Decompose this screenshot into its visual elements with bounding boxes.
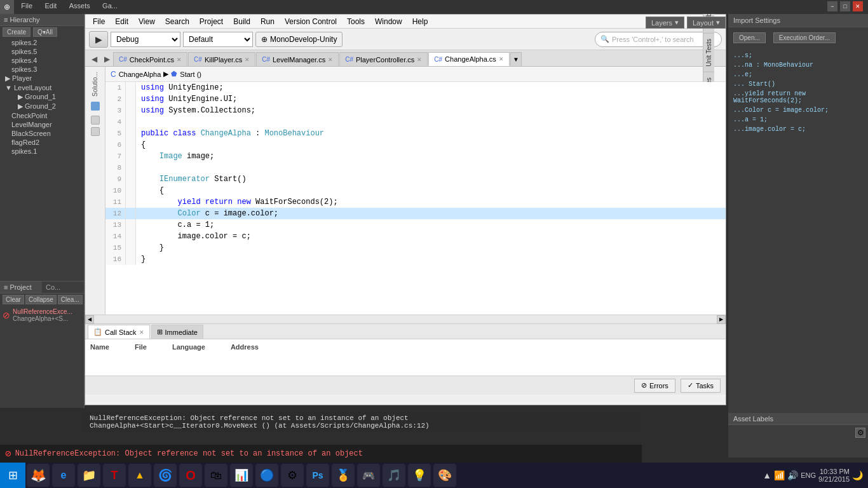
code-editor[interactable]: 1 using UnityEngine; 2 using UnityEngine… [105,82,726,315]
tab-playercontroller[interactable]: C# PlayerController.cs ✕ [339,52,428,66]
taskbar-excel[interactable]: 📊 [230,464,253,487]
layout-dropdown[interactable]: Layout ▾ [687,17,726,29]
config-select[interactable]: Default [183,32,253,47]
hscroll-track[interactable] [94,316,717,323]
hierarchy-create-btn[interactable]: Create [3,27,31,37]
line-gutter-13 [126,219,136,231]
tab-changealpha[interactable]: C# ChangeAlpha.cs ✕ [428,52,510,66]
unity-menu-file[interactable]: File [16,0,37,11]
line-gutter-3 [126,105,136,116]
tray-network-icon[interactable]: 📶 [774,470,785,480]
unity-menu-edit[interactable]: Edit [39,0,62,11]
tab-checkpoint-close[interactable]: ✕ [177,57,182,63]
tab-changealpha-close[interactable]: ✕ [499,56,504,62]
hierarchy-levellayout[interactable]: ▼ LevelLayout [0,83,84,92]
taskbar-store[interactable]: 🛍 [205,464,227,487]
menu-search[interactable]: Search [160,16,194,27]
import-open-btn[interactable]: Open... [733,32,766,43]
horizontal-scrollbar[interactable]: ◀ ▶ [85,315,726,323]
menu-help[interactable]: Help [407,16,433,27]
play-button[interactable]: ▶ [89,31,108,48]
menu-edit[interactable]: Edit [110,16,133,27]
tab-dropdown-btn[interactable]: ▼ [510,52,522,66]
layers-dropdown[interactable]: Layers ▾ [646,17,684,29]
tab-killplayer-close[interactable]: ✕ [245,57,250,63]
tab-checkpoint[interactable]: C# CheckPoint.cs ✕ [113,52,187,66]
hierarchy-ground1[interactable]: ▶ Ground_1 [0,92,84,102]
menu-version-control[interactable]: Version Control [280,16,342,27]
unity-menu-assets[interactable]: Assets [64,0,95,11]
taskbar-gold[interactable]: 🏅 [332,464,355,487]
hierarchy-spikes3[interactable]: spikes.3 [0,65,84,74]
start-button[interactable]: ⊞ [0,463,25,488]
project-clear2-btn[interactable]: Clea... [58,295,83,304]
taskbar-ctrl[interactable]: 🎮 [357,464,380,487]
hierarchy-all-btn[interactable]: Q▾All [33,27,57,37]
taskbar-explorer[interactable]: 📁 [78,464,100,487]
unity-menu-gameobject[interactable]: Ga... [97,0,123,11]
asset-labels-settings-icon[interactable]: ⚙ [855,428,865,438]
unity-maximize-btn[interactable]: □ [840,1,850,11]
console-tab[interactable]: Co... [42,281,84,293]
hscroll-left-btn[interactable]: ◀ [85,315,94,324]
error-item[interactable]: ⊘ NullReferenceExce... ChangeAlpha+<S... [0,306,84,325]
tab-levelmanager[interactable]: C# LevelManager.cs ✕ [256,52,339,66]
taskbar-art[interactable]: 🎨 [433,464,456,487]
hierarchy-player[interactable]: ▶ Player [0,74,84,83]
taskbar-ie[interactable]: e [52,464,75,487]
tray-moon-icon[interactable]: 🌙 [852,470,863,480]
errors-btn[interactable]: ⊘ Errors [634,379,675,393]
import-code-3: ...e; [731,70,865,79]
callstack-tab[interactable]: 📋 Call Stack ✕ [88,325,150,339]
taskbar-unity[interactable]: ⚙ [281,464,304,487]
hierarchy-ground2[interactable]: ▶ Ground_2 [0,102,84,111]
menu-tools[interactable]: Tools [342,16,370,27]
immediate-tab[interactable]: ⊞ Immediate [151,325,203,339]
line-content-10: { [136,185,726,196]
solution-fold-btn[interactable] [91,116,100,125]
menu-build[interactable]: Build [228,16,255,27]
tab-killplayer[interactable]: C# KillPlayer.cs ✕ [188,52,255,66]
hierarchy-checkpoint[interactable]: CheckPoint [0,111,84,120]
tab-nav-prev[interactable]: ◀ [88,52,100,66]
hierarchy-levelmanger[interactable]: LevelManger [0,120,84,129]
menu-file[interactable]: File [88,16,110,27]
unity-close-btn[interactable]: ✕ [853,1,863,11]
hierarchy-blackscreen[interactable]: BlackScreen [0,129,84,138]
taskbar-itunes[interactable]: 🎵 [383,464,405,487]
tab-nav-next[interactable]: ▶ [100,52,113,66]
hierarchy-spikes2[interactable]: spikes.2 [0,38,84,47]
tab-levelmanager-close[interactable]: ✕ [328,57,333,63]
tasks-btn[interactable]: ✓ Tasks [681,379,721,393]
hierarchy-spikes4[interactable]: spikes.4 [0,56,84,65]
hscroll-right-btn[interactable]: ▶ [717,315,726,324]
unity-minimize-btn[interactable]: − [827,1,837,11]
taskbar-photoshop[interactable]: Ps [306,464,329,487]
taskbar-drive[interactable]: ▲ [128,464,151,487]
hierarchy-spikes5[interactable]: spikes.5 [0,47,84,56]
taskbar-mono[interactable]: 💡 [408,464,431,487]
solution-fold2-btn[interactable] [91,127,100,136]
project-collapse-btn[interactable]: Collapse [25,295,57,304]
callstack-close-icon[interactable]: ✕ [139,329,144,336]
menu-view[interactable]: View [133,16,160,27]
hierarchy-spikes1[interactable]: spikes.1 [0,147,84,156]
taskbar-chrome[interactable]: 🌀 [154,464,177,487]
hierarchy-flagred2[interactable]: flagRed2 [0,138,84,147]
debug-select[interactable]: Debug Release [111,32,180,47]
import-execution-btn[interactable]: Execution Order... [773,32,836,43]
tray-up-icon[interactable]: ▲ [763,470,771,480]
taskbar-blue[interactable]: 🔵 [255,464,278,487]
project-tab[interactable]: ≡ Project [0,281,42,293]
menu-project[interactable]: Project [194,16,228,27]
import-code-1: ...s; [731,51,865,60]
taskbar-firefox[interactable]: 🦊 [27,464,50,487]
tray-volume-icon[interactable]: 🔊 [787,470,798,480]
project-clear-btn[interactable]: Clear [3,295,24,304]
tab-playercontroller-close[interactable]: ✕ [417,57,422,63]
menu-run[interactable]: Run [255,16,280,27]
menu-window[interactable]: Window [370,16,407,27]
taskbar-text-t[interactable]: T [103,464,126,487]
unit-tests-tab[interactable]: Unit Tests [703,33,714,72]
taskbar-opera[interactable]: O [179,464,202,487]
